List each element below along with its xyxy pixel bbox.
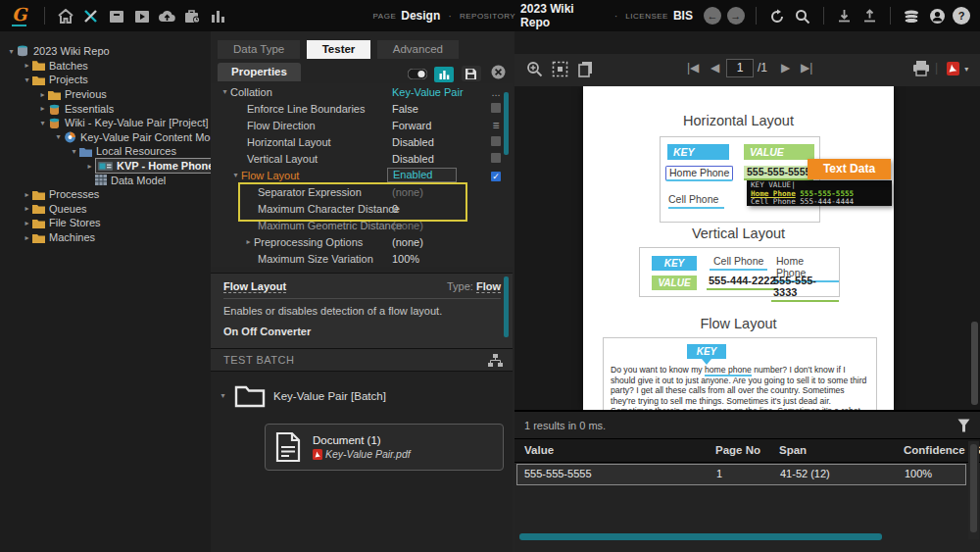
collapse-icon[interactable]: ▾ (220, 87, 230, 96)
property-value[interactable]: Disabled (392, 153, 434, 165)
expander-icon[interactable]: ▾ (37, 119, 48, 127)
search-icon[interactable] (790, 7, 815, 25)
tree-item-projects[interactable]: ▾ Projects (0, 73, 211, 87)
property-value[interactable]: 100% (392, 253, 419, 265)
horizontal-scrollbar-thumb[interactable] (519, 533, 882, 540)
briefcase-clock-icon[interactable] (180, 7, 206, 25)
viewer-scrollbar-thumb[interactable] (971, 322, 978, 405)
tree-item-local-resources[interactable]: ▾ Local Resources (0, 144, 211, 159)
tree-item-previous[interactable]: ▸ Previous (0, 87, 211, 102)
document-page[interactable]: Horizontal Layout KEY VALUE Home Phone 5… (583, 86, 894, 410)
back-button[interactable]: ← (704, 7, 721, 25)
property-row-flow-layout[interactable]: ▾ Flow Layout Enabled ✓ (211, 167, 513, 183)
tree-item-content-model[interactable]: ▾ Key-Value Pair Content Model (0, 130, 211, 145)
property-row-flow-direction[interactable]: Flow Direction Forward ≡ (211, 117, 513, 133)
property-value[interactable]: (none) (392, 236, 423, 248)
tools-icon[interactable] (78, 7, 104, 25)
next-page-button[interactable]: ▶ (781, 61, 790, 75)
property-value[interactable]: False (392, 103, 418, 115)
tree-item-repo[interactable]: ▾ 2023 Wiki Repo (0, 44, 211, 59)
property-value[interactable]: (none) (392, 186, 423, 198)
tab-advanced[interactable]: Advanced (377, 40, 459, 59)
description-type-link[interactable]: Flow (476, 280, 501, 293)
toggle-switch-icon[interactable] (408, 66, 427, 81)
expander-icon[interactable]: ▸ (22, 233, 32, 242)
property-row-horizontal-layout[interactable]: Horizontal Layout Disabled (211, 133, 513, 150)
expander-icon[interactable]: ▾ (53, 132, 64, 141)
first-page-button[interactable]: |◀ (687, 61, 699, 75)
property-row-enforce-line-boundaries[interactable]: Enforce Line Boundaries False (211, 100, 513, 117)
checkbox-checked-icon[interactable]: ✓ (485, 170, 507, 181)
expander-icon[interactable]: ▸ (84, 162, 95, 171)
properties-scrollbar-thumb[interactable] (504, 92, 509, 155)
zoom-in-icon[interactable] (526, 61, 543, 77)
save-button[interactable] (462, 66, 481, 81)
upload-icon[interactable] (857, 7, 882, 25)
copy-pages-icon[interactable] (577, 61, 594, 77)
property-value[interactable]: (none) (392, 220, 423, 231)
tree-item-wiki-project[interactable]: ▾ Wiki - Key-Value Pair [Project] (0, 116, 211, 130)
expander-icon[interactable]: ▾ (69, 147, 79, 156)
expander-icon[interactable]: ▸ (22, 219, 32, 227)
chart-view-button[interactable] (434, 67, 454, 82)
property-value-editor[interactable]: Enabled (387, 168, 457, 182)
expander-icon[interactable]: ▾ (218, 391, 228, 400)
property-value[interactable]: Disabled (392, 136, 434, 148)
property-row-maximum-geometric-distance[interactable]: Maximum Geometric Distance (none) (211, 217, 513, 233)
expander-icon[interactable]: ▾ (6, 47, 17, 56)
expander-icon[interactable]: ▸ (22, 190, 32, 199)
batch-hierarchy-icon[interactable] (488, 353, 503, 367)
page-value[interactable]: Design (401, 9, 440, 23)
tree-item-machines[interactable]: ▸ Machines (0, 230, 211, 245)
pdf-export-icon[interactable]: ▾ (946, 61, 968, 76)
viewer-canvas[interactable]: Horizontal Layout KEY VALUE Home Phone 5… (514, 86, 980, 410)
bar-chart-icon[interactable] (206, 7, 231, 25)
play-box-icon[interactable] (129, 7, 155, 25)
forward-button[interactable]: → (727, 7, 745, 25)
column-header-confidence[interactable]: Confidence (904, 444, 965, 456)
property-row-separator-expression[interactable]: Separator Expression (none) (211, 183, 513, 200)
tree-item-data-model[interactable]: Data Model (0, 173, 211, 187)
tree-item-file-stores[interactable]: ▸ File Stores (0, 216, 211, 230)
column-header-page-no[interactable]: Page No (715, 444, 760, 456)
tree-item-queues[interactable]: ▸ Queues (0, 202, 211, 217)
results-scrollbar-thumb[interactable] (970, 444, 977, 532)
region-select-icon[interactable] (552, 61, 568, 77)
print-icon[interactable] (912, 61, 930, 76)
expander-icon[interactable]: ▸ (37, 104, 48, 113)
expander-icon[interactable]: ▸ (22, 61, 32, 70)
batches-box-icon[interactable] (104, 7, 129, 25)
expander-icon[interactable]: ▸ (22, 204, 32, 213)
grooper-logo[interactable]: G (12, 5, 26, 26)
repository-value[interactable]: 2023 Wiki Repo (520, 2, 607, 29)
tree-item-essentials[interactable]: ▸ Essentials (0, 101, 211, 116)
result-row[interactable]: 555-555-5555 1 41-52 (12) 100% (516, 464, 966, 485)
user-icon[interactable] (924, 7, 950, 25)
tree-item-batches[interactable]: ▸ Batches (0, 59, 211, 74)
batch-folder-row[interactable]: ▾ Key-Value Pair [Batch] (211, 372, 513, 408)
tree-item-processes[interactable]: ▸ Processes (0, 187, 211, 202)
property-value[interactable]: Forward (392, 120, 431, 131)
property-row-preprocessing-options[interactable]: ▸ Preprocessing Options (none) (211, 233, 513, 250)
selected-tree-item[interactable]: KVP - Home Phone (95, 158, 218, 174)
property-value[interactable]: 0 (392, 203, 398, 215)
last-page-button[interactable]: ▶| (801, 61, 812, 75)
page-number-input[interactable]: 1 (726, 59, 754, 77)
expander-icon[interactable]: ▾ (22, 75, 32, 84)
description-scrollbar-thumb[interactable] (504, 276, 509, 337)
help-icon[interactable]: ? (953, 7, 970, 25)
tab-tester[interactable]: Tester (307, 40, 371, 59)
home-icon[interactable] (53, 7, 78, 25)
property-row-vertical-layout[interactable]: Vertical Layout Disabled (211, 150, 513, 167)
previous-page-button[interactable]: ◀ (710, 61, 719, 75)
column-header-span[interactable]: Span (779, 444, 807, 456)
tab-data-type[interactable]: Data Type (218, 40, 300, 59)
property-row-maximum-character-distance[interactable]: Maximum Character Distance 0 (211, 200, 513, 217)
property-value[interactable]: Key-Value Pair (392, 86, 464, 98)
column-header-value[interactable]: Value (524, 444, 554, 456)
property-row-collation[interactable]: ▾ Collation Key-Value Pair ... (211, 83, 513, 100)
results-scrollbar-track[interactable] (968, 441, 979, 539)
expander-icon[interactable]: ▸ (37, 90, 48, 99)
tree-item-kvp-home-phone[interactable]: ▸ KVP - Home Phone (0, 159, 211, 174)
collapse-icon[interactable]: ▾ (230, 171, 241, 179)
